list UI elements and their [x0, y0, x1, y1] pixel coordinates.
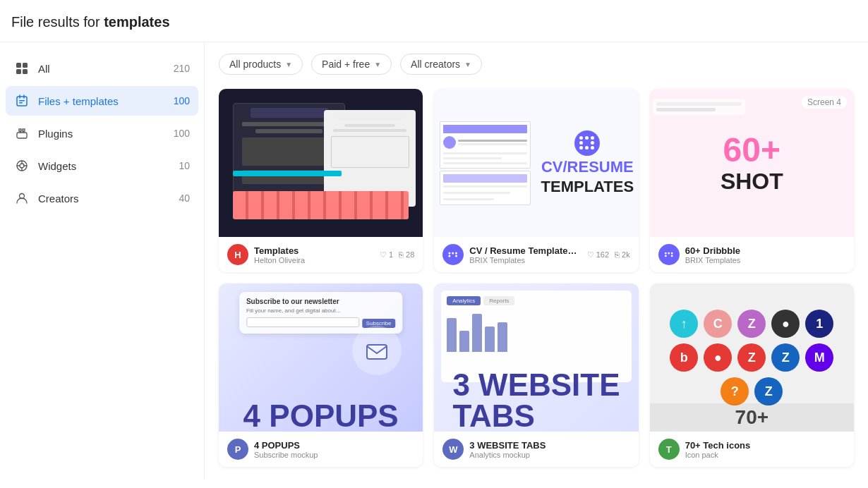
card-creator-dribbble: BRIX Templates	[685, 256, 845, 264]
card-thumb-tabs: Analytics Reports 3	[434, 283, 638, 432]
tech-icon-5: 1	[805, 310, 833, 338]
heart-icon: ♡	[380, 250, 387, 260]
subscribe-title: Subscribe to our newsletter	[246, 298, 395, 305]
card-tech[interactable]: ↑ C Z ● 1 b ● Z Z M ? Z 70+	[650, 283, 854, 467]
sidebar-item-all[interactable]: All 210	[6, 54, 198, 83]
sidebar-item-plugins[interactable]: Plugins 100	[6, 118, 198, 148]
creators-filter-label: All creators	[411, 59, 460, 70]
card-resume[interactable]: CV/RESUME TEMPLATES CV / Resume Template…	[434, 89, 638, 272]
copy-icon: ⎘	[399, 250, 404, 259]
rp-header-1	[443, 125, 527, 133]
card-info-popup: 4 POPUPS Subscribe mockup	[254, 440, 414, 459]
title-prefix: File results for	[11, 14, 104, 30]
likes-count: 1	[389, 250, 393, 259]
card-footer-tabs: W 3 WEBSITE TABS Analytics mockup	[434, 432, 638, 467]
keyboard-strip	[233, 191, 409, 219]
copies-stat-resume: ⎘ 2k	[615, 250, 630, 259]
plugins-icon	[14, 126, 30, 141]
tech-icon-6: b	[670, 343, 698, 372]
pricing-filter-label: Paid + free	[322, 59, 370, 70]
card-title-popup: 4 POPUPS	[254, 440, 414, 451]
card-thumb-templates	[219, 89, 423, 237]
sidebar-widgets-count: 10	[179, 160, 190, 171]
sidebar-item-widgets[interactable]: Widgets 10	[6, 151, 198, 181]
copies-count: 28	[406, 250, 414, 259]
cards-grid: H Templates Helton Oliveira ♡ 1 ⎘ 28	[219, 89, 854, 467]
card-dribbble[interactable]: Screen 4 60+ SHOT	[650, 89, 854, 272]
sidebar-creators-count: 40	[179, 193, 190, 204]
card-popup[interactable]: Subscribe to our newsletter Fill your na…	[219, 283, 423, 467]
brix-logo	[574, 130, 600, 156]
tech-icon-12: Z	[754, 377, 783, 405]
card-creator-tech: Icon pack	[685, 451, 845, 459]
svg-rect-3	[23, 69, 28, 74]
svg-rect-11	[367, 345, 387, 359]
card-creator-resume: BRIX Templates	[469, 256, 581, 264]
card-thumb-resume: CV/RESUME TEMPLATES	[434, 89, 638, 237]
creators-chevron-icon: ▼	[464, 61, 471, 68]
card-title-templates: Templates	[254, 245, 374, 256]
files-icon	[14, 93, 30, 109]
creators-filter[interactable]: All creators ▼	[400, 54, 482, 75]
card-creator-popup: Subscribe mockup	[254, 451, 414, 459]
card-templates[interactable]: H Templates Helton Oliveira ♡ 1 ⎘ 28	[219, 89, 423, 272]
brix-dots	[579, 136, 595, 150]
sidebar-plugins-count: 100	[174, 128, 190, 139]
card-thumb-popup: Subscribe to our newsletter Fill your na…	[219, 283, 423, 432]
avatar-tabs: W	[442, 439, 464, 460]
card-title-dribbble: 60+ Dribbble	[685, 245, 845, 256]
copy-icon-resume: ⎘	[615, 250, 620, 259]
shot-text: SHOT	[721, 170, 783, 193]
sidebar-all-label: All	[38, 63, 174, 75]
likes-count-resume: 162	[596, 250, 609, 259]
tech-icons-grid: ↑ C Z ● 1 b ● Z Z M ? Z	[658, 310, 845, 405]
card-stats-resume: ♡ 162 ⎘ 2k	[587, 250, 630, 260]
svg-rect-5	[19, 100, 25, 102]
page-title: File results for templates	[11, 14, 851, 30]
cv-subtitle: TEMPLATES	[541, 178, 634, 195]
card-info-tech: 70+ Tech icons Icon pack	[685, 440, 845, 459]
popup-big-text: 4 POPUPS	[243, 401, 399, 432]
tech-icon-2: C	[704, 310, 732, 338]
sidebar: All 210 Files + templates 100	[0, 42, 205, 480]
card-info-templates: Templates Helton Oliveira	[254, 245, 374, 264]
card-info-dribbble: 60+ Dribbble BRIX Templates	[685, 245, 845, 264]
screen-label: Screen 4	[802, 96, 847, 109]
avatar-dribbble	[658, 244, 680, 265]
svg-rect-7	[17, 133, 27, 138]
card-creator-templates: Helton Oliveira	[254, 256, 374, 264]
heart-icon-resume: ♡	[587, 250, 594, 260]
rp-header-2	[443, 174, 527, 183]
card-footer-resume: CV / Resume Templates | BRIX... BRIX Tem…	[434, 237, 638, 272]
tech-icon-9: Z	[771, 343, 800, 372]
likes-stat: ♡ 1	[380, 250, 393, 260]
popup-content: Subscribe to our newsletter Fill your na…	[219, 283, 423, 432]
all-icon	[14, 61, 30, 76]
sidebar-item-files-templates[interactable]: Files + templates 100	[6, 86, 198, 116]
card-title-tech: 70+ Tech icons	[685, 440, 845, 451]
card-footer-dribbble: 60+ Dribbble BRIX Templates	[650, 237, 854, 272]
avatar-tech: T	[658, 439, 680, 460]
tech-icon-11: ?	[721, 377, 749, 405]
resume-page-1	[440, 121, 531, 169]
card-thumb-tech: ↑ C Z ● 1 b ● Z Z M ? Z 70+	[650, 283, 854, 432]
copies-count-resume: 2k	[622, 250, 630, 259]
svg-rect-2	[16, 69, 21, 74]
svg-rect-6	[19, 102, 23, 104]
sidebar-files-label: Files + templates	[38, 95, 174, 107]
sidebar-item-creators[interactable]: Creators 40	[6, 183, 198, 213]
avatar-resume	[442, 244, 464, 265]
page-header: File results for templates	[0, 0, 868, 42]
svg-point-9	[20, 164, 24, 168]
card-thumb-dribbble: Screen 4 60+ SHOT	[650, 89, 854, 237]
dribbble-content: 60+ SHOT	[721, 133, 783, 193]
sidebar-all-count: 210	[174, 63, 190, 74]
avatar-popup: P	[227, 439, 248, 460]
pricing-filter[interactable]: Paid + free ▼	[311, 54, 392, 75]
card-tabs[interactable]: Analytics Reports 3	[434, 283, 638, 467]
products-filter[interactable]: All products ▼	[219, 54, 303, 75]
resume-right-panel: CV/RESUME TEMPLATES	[536, 125, 639, 201]
teal-bar	[233, 171, 342, 176]
sidebar-files-count: 100	[174, 95, 190, 106]
tech-count-text: 70+	[650, 403, 854, 432]
